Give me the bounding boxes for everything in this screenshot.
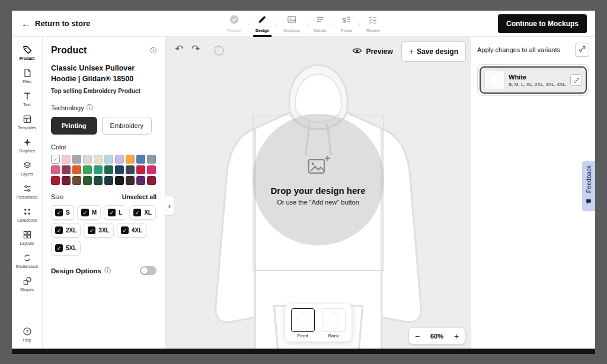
sidebar-item-graphics[interactable]: Graphics (12, 134, 42, 157)
color-swatch[interactable] (136, 155, 145, 164)
tag-icon (23, 45, 32, 55)
design-options-toggle[interactable] (140, 266, 156, 275)
undo-icon[interactable]: ↶ (175, 44, 183, 54)
sparkle-icon (23, 138, 32, 147)
variant-link-button[interactable] (570, 74, 582, 86)
size-checkbox-4xl[interactable]: 4XL (117, 223, 146, 238)
step-details[interactable]: Details (309, 11, 332, 37)
color-swatch[interactable] (72, 165, 81, 174)
design-canvas[interactable]: ↶ ↷ Preview + Save design Drop your desi… (165, 37, 471, 349)
info-icon[interactable] (87, 103, 93, 112)
drop-design-zone[interactable]: Drop your design here Or use the "Add ne… (253, 114, 384, 245)
front-view-thumbnail[interactable] (291, 308, 315, 332)
panel-title: Product (51, 45, 87, 56)
return-to-store-button[interactable]: ← Return to store (12, 18, 100, 28)
embroidery-button[interactable]: Embroidery (102, 117, 152, 135)
color-swatch[interactable] (62, 155, 71, 164)
step-prices[interactable]: $ Prices (336, 11, 357, 37)
zoom-out-button[interactable]: − (409, 328, 426, 344)
hoodie-thumb-icon (294, 310, 312, 330)
variant-list: White S, M, L, XL, 2XL, 3XL, 4XL, 5XL (477, 64, 589, 96)
link-all-variants-button[interactable] (575, 43, 589, 57)
color-swatch[interactable] (94, 155, 103, 164)
shutterstock-icon (23, 253, 32, 263)
color-swatch[interactable] (115, 176, 124, 185)
color-swatch[interactable] (62, 165, 71, 174)
info-icon[interactable] (150, 46, 156, 55)
color-swatch-grid (51, 155, 156, 185)
variant-card-white[interactable]: White S, M, L, XL, 2XL, 3XL, 4XL, 5XL (480, 66, 587, 94)
size-checkbox-s[interactable]: S (51, 205, 74, 220)
color-swatch[interactable] (94, 176, 103, 185)
layers-icon (23, 161, 32, 170)
color-swatch-selected[interactable] (51, 155, 60, 164)
color-swatch[interactable] (115, 155, 124, 164)
color-swatch[interactable] (147, 176, 156, 185)
zoom-in-button[interactable]: + (448, 328, 465, 344)
sidebar-item-help[interactable]: ? Help (12, 323, 42, 346)
sidebar-item-layouts[interactable]: Layouts (12, 226, 42, 250)
color-swatch[interactable] (83, 165, 92, 174)
back-view-thumbnail[interactable] (322, 308, 346, 332)
sidebar-item-text[interactable]: Text (12, 88, 42, 111)
size-checkbox-2xl[interactable]: 2XL (51, 223, 81, 238)
step-mockups[interactable]: Mockups (278, 11, 305, 37)
save-design-button[interactable]: + Save design (401, 41, 466, 62)
color-swatch[interactable] (51, 165, 60, 174)
checkbox-checked-icon (121, 226, 129, 234)
sidebar-item-product[interactable]: Product (12, 41, 42, 65)
sliders-icon (23, 184, 32, 193)
color-swatch[interactable] (72, 155, 81, 164)
svg-text:$: $ (343, 16, 347, 24)
size-checkbox-xl[interactable]: XL (129, 205, 156, 220)
redo-icon[interactable]: ↷ (191, 44, 200, 54)
view-selector-card: Front Back (285, 304, 352, 341)
color-swatch[interactable] (62, 176, 71, 185)
step-product[interactable]: Product (222, 11, 247, 37)
color-swatch[interactable] (136, 165, 145, 174)
sidebar-item-layers[interactable]: Layers (12, 157, 42, 180)
color-swatch[interactable] (94, 165, 103, 174)
sidebar-item-shutterstock[interactable]: Shutterstock (12, 250, 42, 273)
color-swatch[interactable] (72, 176, 81, 185)
color-swatch[interactable] (136, 176, 145, 185)
color-swatch[interactable] (104, 165, 113, 174)
svg-text:?: ? (25, 329, 28, 334)
continue-to-mockups-button[interactable]: Continue to Mockups (498, 14, 587, 33)
guide-circle-icon[interactable] (214, 46, 224, 56)
printing-button[interactable]: Printing (51, 117, 97, 135)
top-bar: ← Return to store Product › Design › Moc… (12, 11, 595, 37)
size-checkbox-m[interactable]: M (77, 205, 101, 220)
sidebar-item-templates[interactable]: Templates (12, 111, 42, 134)
size-checkbox-l[interactable]: L (104, 205, 126, 220)
variant-sizes: S, M, L, XL, 2XL, 3XL, 4XL, 5XL (509, 82, 566, 87)
feedback-tab[interactable]: Feedback (582, 161, 595, 211)
color-swatch[interactable] (126, 155, 135, 164)
color-swatch[interactable] (126, 165, 135, 174)
back-view[interactable]: Back (322, 308, 346, 339)
color-swatch[interactable] (104, 176, 113, 185)
color-swatch[interactable] (147, 155, 156, 164)
color-swatch[interactable] (147, 165, 156, 174)
preview-button[interactable]: Preview (352, 47, 392, 56)
color-swatch[interactable] (126, 176, 135, 185)
sidebar-item-files[interactable]: Files (12, 65, 42, 88)
app-window: ← Return to store Product › Design › Moc… (12, 11, 595, 354)
size-checkbox-5xl[interactable]: 5XL (51, 241, 81, 256)
sidebar-item-collections[interactable]: Collections (12, 203, 42, 226)
color-swatch[interactable] (83, 176, 92, 185)
step-design[interactable]: Design (250, 11, 274, 37)
sidebar-item-personalize[interactable]: Personalize (12, 180, 42, 203)
plus-icon: + (409, 47, 414, 56)
front-view[interactable]: Front (291, 308, 315, 339)
step-review[interactable]: Review (361, 11, 385, 37)
color-swatch[interactable] (83, 155, 92, 164)
sidebar-item-shapes[interactable]: Shapes (12, 273, 42, 296)
collapse-panel-button[interactable]: ‹ (165, 196, 174, 216)
size-checkbox-3xl[interactable]: 3XL (84, 223, 113, 238)
color-swatch[interactable] (51, 176, 60, 185)
color-swatch[interactable] (104, 155, 113, 164)
unselect-all-link[interactable]: Unselect all (122, 193, 156, 200)
info-icon[interactable] (104, 266, 111, 275)
color-swatch[interactable] (115, 165, 124, 174)
